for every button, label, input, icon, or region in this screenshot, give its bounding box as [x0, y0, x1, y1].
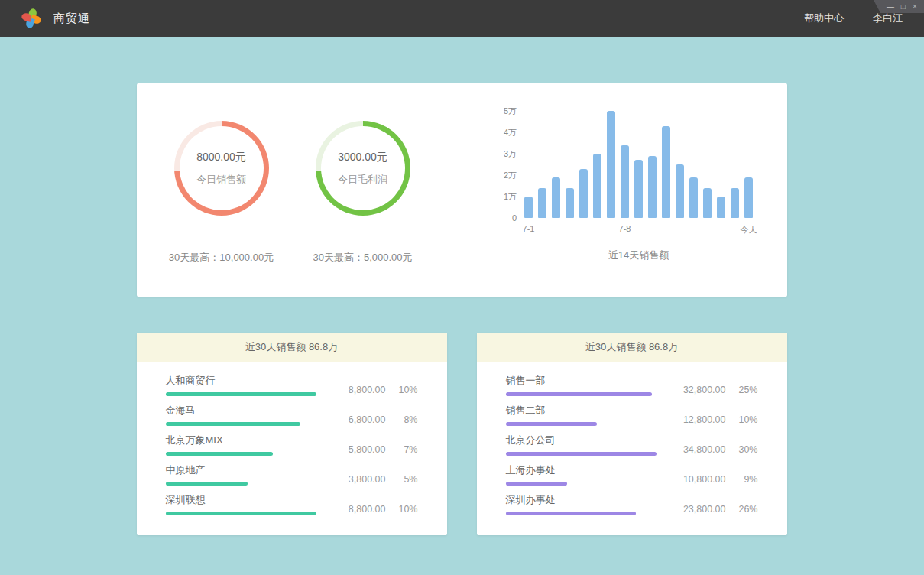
today-profit-ring-chart: 3000.00元 今日毛利润 [316, 121, 410, 216]
rank-row-label: 人和商贸行 [166, 375, 325, 387]
rank-row: 北京万象MIX5,800.007% [166, 430, 418, 460]
x-axis-tick: 7-1 [523, 224, 535, 233]
bar-chart-y-axis: 5万4万3万2万1万0 [494, 111, 517, 218]
rank-card-title: 近30天销售额 86.8万 [137, 333, 447, 362]
rank-row-percent: 10% [386, 385, 418, 395]
sales-bar [579, 169, 588, 218]
y-axis-tick: 0 [512, 213, 517, 223]
rank-rows: 人和商贸行8,800.0010%金海马6,800.008%北京万象MIX5,80… [137, 362, 447, 520]
app-title: 商贸通 [53, 11, 90, 26]
rank-row-percent: 5% [386, 474, 418, 485]
rank-row-bar [506, 452, 657, 456]
rank-row-percent: 8% [386, 414, 418, 425]
rank-row-value: 8,800.00 [325, 385, 386, 395]
sales-bar [621, 145, 629, 218]
rank-row: 销售二部12,800.0010% [506, 401, 758, 430]
rank-row-label: 金海马 [166, 404, 325, 417]
sales-bar [538, 188, 546, 218]
today-sales-30day-max: 30天最高：10,000.00元 [151, 251, 292, 265]
y-axis-tick: 4万 [504, 128, 517, 137]
rank-row-percent: 25% [726, 385, 758, 395]
rank-row: 金海马6,800.008% [166, 401, 418, 430]
rank-row: 销售一部32,800.0025% [506, 371, 758, 401]
rank-row-value: 3,800.00 [325, 474, 386, 485]
rank-row-label: 北京万象MIX [166, 434, 325, 447]
rank-row-label: 销售一部 [506, 375, 665, 387]
x-axis-tick: 今天 [741, 224, 757, 236]
sales-bar [593, 154, 601, 218]
rank-row-bar [506, 482, 567, 486]
rank-row-value: 32,800.00 [665, 385, 726, 395]
sales-bar [607, 111, 615, 218]
rank-row-bar [166, 392, 316, 396]
sales-bar [648, 156, 657, 218]
rank-row-bar [506, 392, 652, 396]
today-sales-label: 今日销售额 [196, 173, 246, 187]
today-sales-ring-center: 8000.00元 今日销售额 [180, 126, 264, 210]
rank-row-percent: 10% [386, 504, 418, 515]
rank-row: 北京分公司34,800.0030% [506, 430, 758, 460]
today-sales-ring-block: 8000.00元 今日销售额 30天最高：10,000.00元 [151, 121, 292, 265]
rank-card-title: 近30天销售额 86.8万 [477, 333, 787, 362]
rank-row-bar [506, 422, 597, 426]
rank-row-percent: 10% [726, 414, 758, 425]
today-sales-ring-chart: 8000.00元 今日销售额 [174, 121, 269, 216]
sales-bar [662, 126, 670, 218]
sales-bar [634, 160, 643, 218]
rank-row-percent: 7% [386, 444, 418, 455]
rank-row: 上海办事处10,800.009% [506, 460, 758, 490]
maximize-icon[interactable]: □ [901, 3, 906, 11]
sales-bar [524, 197, 533, 218]
rank-row-value: 10,800.00 [665, 474, 726, 485]
rank-row: 中原地产3,800.005% [166, 460, 418, 490]
bar-plot [524, 111, 753, 218]
sales-bar-chart: 5万4万3万2万1万0 7-17-8今天 近14天销售额 [494, 111, 753, 262]
rank-row-label: 中原地产 [166, 464, 325, 476]
rank-row-value: 12,800.00 [665, 414, 726, 425]
window-controls: — □ × [874, 0, 924, 13]
rank-row-bar [166, 482, 248, 486]
rank-row-label: 深圳联想 [166, 494, 325, 506]
titlebar: 商贸通 帮助中心 李白江 — □ × [0, 0, 924, 37]
app-logo-icon [21, 8, 41, 29]
rank-row: 人和商贸行8,800.0010% [166, 371, 418, 401]
minimize-icon[interactable]: — [887, 3, 894, 11]
today-profit-label: 今日毛利润 [338, 173, 387, 187]
rank-row-bar [166, 422, 300, 426]
rank-row-bar [166, 452, 273, 456]
y-axis-tick: 3万 [504, 149, 517, 158]
sales-bar [717, 197, 725, 218]
rank-card-customers: 近30天销售额 86.8万 人和商贸行8,800.0010%金海马6,800.0… [137, 333, 447, 535]
user-name-link[interactable]: 李白江 [873, 11, 903, 25]
y-axis-tick: 1万 [504, 192, 517, 201]
rank-row-value: 5,800.00 [325, 444, 386, 455]
y-axis-tick: 5万 [504, 106, 517, 115]
rank-row-bar [506, 512, 636, 515]
rank-row-percent: 9% [726, 474, 758, 485]
rank-row-bar [166, 512, 316, 515]
today-profit-value: 3000.00元 [338, 151, 387, 164]
rank-row-label: 上海办事处 [506, 464, 665, 476]
bar-chart-plot-wrap: 7-17-8今天 近14天销售额 [524, 111, 753, 262]
rank-row-percent: 30% [726, 444, 758, 455]
rank-row-percent: 26% [726, 504, 758, 515]
help-center-link[interactable]: 帮助中心 [804, 11, 844, 25]
sales-bar [703, 188, 712, 218]
close-icon[interactable]: × [913, 2, 917, 11]
rank-card-departments: 近30天销售额 86.8万 销售一部32,800.0025%销售二部12,800… [477, 333, 787, 535]
bar-chart-title: 近14天销售额 [524, 249, 753, 262]
x-axis-tick: 7-8 [619, 224, 631, 233]
rank-row-value: 23,800.00 [665, 504, 726, 515]
sales-bar [689, 177, 698, 218]
rank-row-label: 销售二部 [506, 404, 665, 417]
sales-bar [552, 177, 560, 218]
sales-bar [566, 188, 574, 218]
rank-cards-row: 近30天销售额 86.8万 人和商贸行8,800.0010%金海马6,800.0… [137, 333, 788, 535]
today-sales-value: 8000.00元 [196, 151, 246, 164]
sales-bar [731, 188, 739, 218]
rank-row-value: 6,800.00 [325, 414, 386, 425]
sales-bar [744, 177, 753, 218]
today-profit-ring-center: 3000.00元 今日毛利润 [321, 126, 405, 210]
rank-row-label: 北京分公司 [506, 434, 665, 447]
rank-row: 深圳办事处23,800.0026% [506, 490, 758, 520]
